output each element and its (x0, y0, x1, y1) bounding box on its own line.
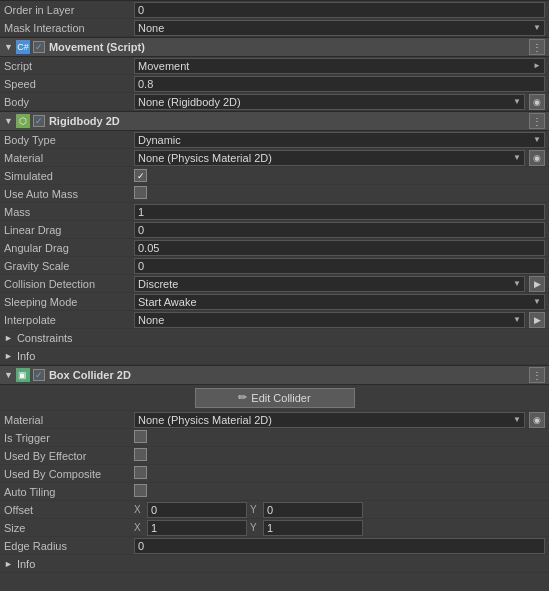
size-x-input[interactable] (147, 520, 247, 536)
angular-drag-input[interactable] (134, 240, 545, 256)
boxcollider-info-arrow-icon: ► (4, 559, 13, 569)
interpolate-label: Interpolate (4, 314, 134, 326)
boxcollider-info-label: Info (17, 558, 35, 570)
bc-material-dropdown[interactable]: None (Physics Material 2D) ▼ (134, 412, 525, 428)
section-options: ⋮ (529, 39, 545, 55)
offset-x-label: X (134, 504, 144, 515)
mask-interaction-dropdown[interactable]: None ▼ (134, 20, 545, 36)
order-in-layer-input[interactable] (134, 2, 545, 18)
rigidbody-enabled-checkbox[interactable] (33, 115, 45, 127)
collision-detection-extra-button[interactable]: ▶ (529, 276, 545, 292)
offset-x-input[interactable] (147, 502, 247, 518)
rigidbody-section-header[interactable]: ▼ ⬡ Rigidbody 2D ⋮ (0, 111, 549, 131)
sleeping-mode-label: Sleeping Mode (4, 296, 134, 308)
size-y-input[interactable] (263, 520, 363, 536)
collapse-arrow-icon: ▼ (4, 42, 13, 52)
material-value: None (Physics Material 2D) ▼ ◉ (134, 150, 545, 166)
chevron-down-icon: ▼ (533, 135, 541, 144)
material-dropdown[interactable]: None (Physics Material 2D) ▼ (134, 150, 525, 166)
chevron-down-icon: ▼ (513, 315, 521, 324)
angular-drag-label: Angular Drag (4, 242, 134, 254)
rigidbody-section-title: Rigidbody 2D (49, 115, 120, 127)
body-type-row: Body Type Dynamic ▼ (0, 131, 549, 149)
rigidbody-info-row[interactable]: ► Info (0, 347, 549, 365)
boxcollider-info-row[interactable]: ► Info (0, 555, 549, 573)
script-label: Script (4, 60, 134, 72)
mass-row: Mass (0, 203, 549, 221)
edge-radius-input[interactable] (134, 538, 545, 554)
edit-collider-row: ✏ Edit Collider (0, 385, 549, 411)
size-y-label: Y (250, 522, 260, 533)
script-dropdown[interactable]: Movement ► (134, 58, 545, 74)
use-auto-mass-value (134, 186, 545, 201)
offset-row: Offset X Y (0, 501, 549, 519)
body-target-button[interactable]: ◉ (529, 94, 545, 110)
movement-section-header[interactable]: ▼ C# Movement (Script) ⋮ (0, 37, 549, 57)
used-by-composite-row: Used By Composite (0, 465, 549, 483)
speed-input[interactable] (134, 76, 545, 92)
mass-input[interactable] (134, 204, 545, 220)
material-label: Material (4, 152, 134, 164)
is-trigger-checkbox[interactable] (134, 430, 147, 443)
interpolate-dropdown[interactable]: None ▼ (134, 312, 525, 328)
rigidbody-fields: Body Type Dynamic ▼ Material None (Physi… (0, 131, 549, 365)
offset-label: Offset (4, 504, 134, 516)
body-row: Body None (Rigidbody 2D) ▼ ◉ (0, 93, 549, 111)
auto-tiling-checkbox[interactable] (134, 484, 147, 497)
gravity-scale-input[interactable] (134, 258, 545, 274)
sleeping-mode-dropdown[interactable]: Start Awake ▼ (134, 294, 545, 310)
script-value: Movement ► (134, 58, 545, 74)
mask-interaction-value: None ▼ (134, 20, 545, 36)
movement-enabled-checkbox[interactable] (33, 41, 45, 53)
mask-interaction-row: Mask Interaction None ▼ (0, 19, 549, 37)
use-auto-mass-checkbox[interactable] (134, 186, 147, 199)
body-value: None (Rigidbody 2D) ▼ ◉ (134, 94, 545, 110)
chevron-down-icon: ▼ (533, 23, 541, 32)
collision-detection-label: Collision Detection (4, 278, 134, 290)
auto-tiling-label: Auto Tiling (4, 486, 134, 498)
boxcollider-options: ⋮ (529, 367, 545, 383)
gravity-scale-row: Gravity Scale (0, 257, 549, 275)
linear-drag-value (134, 222, 545, 238)
collision-detection-row: Collision Detection Discrete ▼ ▶ (0, 275, 549, 293)
angular-drag-value (134, 240, 545, 256)
body-label: Body (4, 96, 134, 108)
offset-y-input[interactable] (263, 502, 363, 518)
boxcollider-section-header[interactable]: ▼ ▣ Box Collider 2D ⋮ (0, 365, 549, 385)
top-fields: Order in Layer Mask Interaction None ▼ (0, 0, 549, 37)
edit-collider-label: Edit Collider (251, 392, 310, 404)
bc-material-label: Material (4, 414, 134, 426)
material-target-button[interactable]: ◉ (529, 150, 545, 166)
body-dropdown[interactable]: None (Rigidbody 2D) ▼ (134, 94, 525, 110)
linear-drag-row: Linear Drag (0, 221, 549, 239)
auto-tiling-value (134, 484, 545, 499)
boxcollider-enabled-checkbox[interactable] (33, 369, 45, 381)
bc-material-target-button[interactable]: ◉ (529, 412, 545, 428)
rigidbody-info-arrow-icon: ► (4, 351, 13, 361)
linear-drag-input[interactable] (134, 222, 545, 238)
used-by-composite-checkbox[interactable] (134, 466, 147, 479)
used-by-composite-value (134, 466, 545, 481)
used-by-effector-checkbox[interactable] (134, 448, 147, 461)
body-type-dropdown[interactable]: Dynamic ▼ (134, 132, 545, 148)
is-trigger-value (134, 430, 545, 445)
constraints-label: Constraints (17, 332, 73, 344)
used-by-effector-value (134, 448, 545, 463)
collision-detection-dropdown[interactable]: Discrete ▼ (134, 276, 525, 292)
auto-tiling-row: Auto Tiling (0, 483, 549, 501)
simulated-value (134, 169, 545, 183)
movement-settings-button[interactable]: ⋮ (529, 39, 545, 55)
sleeping-mode-row: Sleeping Mode Start Awake ▼ (0, 293, 549, 311)
body-type-value: Dynamic ▼ (134, 132, 545, 148)
simulated-checkbox[interactable] (134, 169, 147, 182)
used-by-effector-row: Used By Effector (0, 447, 549, 465)
constraints-row[interactable]: ► Constraints (0, 329, 549, 347)
rigidbody-settings-button[interactable]: ⋮ (529, 113, 545, 129)
chevron-down-icon: ▼ (513, 279, 521, 288)
boxcollider-settings-button[interactable]: ⋮ (529, 367, 545, 383)
interpolate-extra-button[interactable]: ▶ (529, 312, 545, 328)
rigidbody-options: ⋮ (529, 113, 545, 129)
size-label: Size (4, 522, 134, 534)
edit-collider-button[interactable]: ✏ Edit Collider (195, 388, 355, 408)
chevron-right-icon: ► (533, 61, 541, 70)
